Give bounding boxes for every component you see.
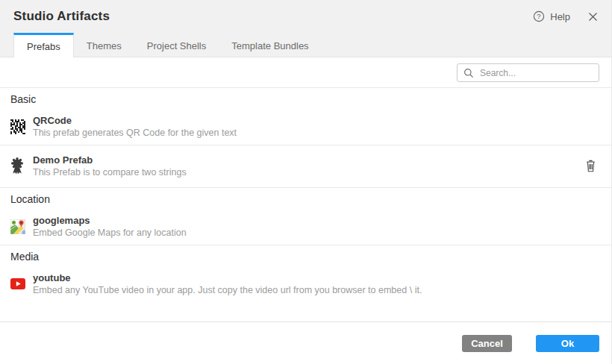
section-header-location: Location <box>0 188 611 209</box>
youtube-icon <box>10 278 25 289</box>
tab-template-bundles[interactable]: Template Bundles <box>219 33 321 57</box>
item-description: This prefab generates QR Code for the gi… <box>33 128 599 139</box>
list-item-demo-prefab[interactable]: Demo Prefab This Prefab is to compare tw… <box>0 145 611 188</box>
item-text: youtube Embed any YouTube video in your … <box>33 272 599 296</box>
dialog-title: Studio Artifacts <box>13 9 110 24</box>
section-header-media: Media <box>0 245 611 266</box>
section-header-basic: Basic <box>0 88 611 109</box>
help-icon: ? <box>533 10 545 22</box>
close-icon[interactable] <box>588 12 598 22</box>
help-button[interactable]: ? Help <box>533 10 570 22</box>
delete-prefab-button[interactable] <box>584 158 598 174</box>
googlemaps-icon <box>10 219 25 234</box>
item-description: This Prefab is to compare two strings <box>33 167 584 178</box>
tab-bar: Prefabs Themes Project Shells Template B… <box>0 33 611 57</box>
tab-prefabs[interactable]: Prefabs <box>13 33 74 57</box>
item-description: Embed any YouTube video in your app. Jus… <box>33 285 599 296</box>
trash-icon <box>585 160 596 172</box>
cancel-button[interactable]: Cancel <box>462 335 512 352</box>
item-description: Embed Google Maps for any location <box>33 228 599 239</box>
search-icon <box>463 68 474 78</box>
tab-project-shells[interactable]: Project Shells <box>134 33 219 57</box>
ribbon-award-icon <box>10 157 25 175</box>
search-row <box>0 57 611 88</box>
studio-artifacts-dialog: Studio Artifacts ? Help Prefabs Themes P… <box>0 0 612 364</box>
ok-button[interactable]: Ok <box>536 335 599 352</box>
tab-themes[interactable]: Themes <box>74 33 134 57</box>
item-text: Demo Prefab This Prefab is to compare tw… <box>33 154 584 178</box>
item-title: QRCode <box>33 115 599 127</box>
item-title: Demo Prefab <box>33 154 584 166</box>
item-title: youtube <box>33 272 599 284</box>
help-label: Help <box>550 11 570 22</box>
search-box[interactable] <box>457 63 599 82</box>
item-title: googlemaps <box>33 215 599 227</box>
list-item-qrcode[interactable]: QRCode This prefab generates QR Code for… <box>0 109 611 145</box>
dialog-header: Studio Artifacts ? Help <box>0 0 611 33</box>
list-item-youtube[interactable]: youtube Embed any YouTube video in your … <box>0 266 611 302</box>
header-actions: ? Help <box>533 10 598 22</box>
search-input[interactable] <box>478 67 593 79</box>
prefabs-list: Basic <box>0 88 611 302</box>
dialog-footer: Cancel Ok <box>0 321 611 364</box>
item-text: QRCode This prefab generates QR Code for… <box>33 114 599 139</box>
qrcode-icon <box>10 119 25 134</box>
item-text: googlemaps Embed Google Maps for any loc… <box>33 214 599 239</box>
list-item-googlemaps[interactable]: googlemaps Embed Google Maps for any loc… <box>0 209 611 245</box>
svg-text:?: ? <box>537 12 541 20</box>
